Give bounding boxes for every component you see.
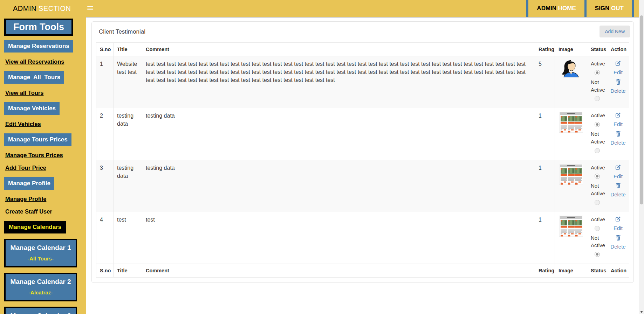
active-radio[interactable] bbox=[595, 122, 600, 127]
main-content: Client Testimonial Add New S.noTitleComm… bbox=[86, 17, 639, 314]
column-header-title: Title bbox=[114, 264, 142, 278]
active-label: Active bbox=[591, 216, 603, 223]
row-comment: test bbox=[142, 212, 535, 264]
column-header-sno: S.no bbox=[96, 43, 114, 56]
sign-out-black-text: SIGN bbox=[595, 5, 610, 12]
flyer-thumbnail-image bbox=[559, 112, 583, 133]
not-active-radio[interactable] bbox=[595, 148, 600, 153]
not-active-label: Not Active bbox=[591, 130, 603, 146]
add-new-button[interactable]: Add New bbox=[600, 26, 630, 37]
trash-icon[interactable] bbox=[616, 79, 621, 85]
sign-out-button[interactable]: SIGN OUT bbox=[584, 0, 634, 17]
table-row: 1 Website test test test test test test … bbox=[96, 56, 629, 108]
not-active-label: Not Active bbox=[591, 182, 603, 197]
admin-home-black-text: ADMIN bbox=[537, 5, 556, 12]
column-header-image: Image bbox=[555, 264, 587, 278]
edit-icon[interactable] bbox=[615, 60, 621, 66]
not-active-radio[interactable] bbox=[595, 200, 600, 205]
column-header-title: Title bbox=[114, 43, 142, 56]
row-sno: 4 bbox=[96, 212, 114, 264]
sidebar-item-view-all-tours[interactable]: View all Tours bbox=[5, 90, 43, 96]
column-header-action: Action bbox=[607, 264, 629, 278]
vertical-scrollbar[interactable] bbox=[639, 0, 644, 314]
sidebar-item-manage-calendar-1[interactable]: Manage Calendar 1-All Tours- bbox=[4, 239, 77, 267]
delete-link[interactable]: Delete bbox=[610, 87, 625, 95]
not-active-label: Not Active bbox=[591, 78, 603, 94]
not-active-label: Not Active bbox=[591, 234, 603, 250]
row-rating: 5 bbox=[535, 56, 555, 108]
admin-home-button[interactable]: ADMIN HOME bbox=[526, 0, 584, 17]
delete-link[interactable]: Delete bbox=[610, 243, 625, 251]
sidebar-title: Form Tools bbox=[4, 19, 73, 36]
scrollbar-thumb[interactable] bbox=[640, 15, 643, 204]
row-sno: 2 bbox=[96, 108, 114, 160]
delete-link[interactable]: Delete bbox=[610, 191, 625, 198]
row-title: Website test test bbox=[114, 56, 142, 108]
edit-link[interactable]: Edit bbox=[614, 69, 623, 76]
topnav: ADMIN HOME SIGN OUT bbox=[526, 0, 634, 17]
active-label: Active bbox=[591, 164, 603, 172]
trash-icon[interactable] bbox=[616, 235, 621, 240]
sign-out-white-text: OUT bbox=[611, 5, 624, 12]
not-active-radio[interactable] bbox=[595, 96, 600, 101]
sidebar-item-view-all-reservations[interactable]: View all Reservations bbox=[5, 58, 64, 65]
table-row: 4 test test 1 bbox=[96, 212, 629, 264]
trash-icon[interactable] bbox=[616, 182, 621, 188]
sidebar: Form Tools Manage ReservationsView all R… bbox=[0, 17, 86, 314]
trash-icon[interactable] bbox=[616, 131, 621, 137]
edit-link[interactable]: Edit bbox=[614, 173, 623, 180]
sidebar-item-manage-all-tours[interactable]: Manage All Tours bbox=[4, 71, 64, 84]
woman-avatar-image bbox=[561, 60, 581, 77]
content-top-strip bbox=[86, 17, 639, 18]
column-header-status: Status bbox=[587, 43, 607, 56]
flyer-thumbnail-image bbox=[559, 164, 583, 185]
row-comment: testing data bbox=[142, 160, 535, 212]
row-comment: test test test test test test test test … bbox=[142, 56, 535, 108]
row-title: testing data bbox=[114, 160, 142, 212]
table-row: 3 testing data testing data 1 bbox=[96, 160, 629, 212]
sidebar-item-manage-reservations[interactable]: Manage Reservations bbox=[4, 40, 73, 53]
sidebar-calendar-label: Manage Calendar 3 bbox=[7, 312, 74, 314]
page-title: Client Testimonial bbox=[92, 22, 633, 40]
scrollbar-down-arrow-icon[interactable] bbox=[640, 311, 643, 313]
row-rating: 1 bbox=[535, 108, 555, 160]
edit-icon[interactable] bbox=[615, 164, 621, 170]
edit-link[interactable]: Edit bbox=[614, 120, 623, 128]
edit-icon[interactable] bbox=[615, 216, 621, 222]
edit-icon[interactable] bbox=[615, 112, 621, 118]
not-active-radio[interactable] bbox=[595, 252, 600, 257]
row-sno: 1 bbox=[96, 56, 114, 108]
sidebar-item-add-tour-price[interactable]: Add Tour Price bbox=[5, 165, 46, 171]
hamburger-menu-icon[interactable] bbox=[87, 6, 93, 11]
sidebar-item-manage-calendar-2[interactable]: Manage Calendar 2-Alcatraz- bbox=[4, 273, 77, 301]
column-header-image: Image bbox=[555, 43, 587, 56]
sidebar-item-manage-tours-prices[interactable]: Manage Tours Prices bbox=[5, 152, 63, 159]
sidebar-items: Manage ReservationsView all Reservations… bbox=[4, 40, 82, 314]
brand-admin-text: ADMIN bbox=[13, 5, 36, 12]
active-radio[interactable] bbox=[595, 70, 600, 75]
sidebar-item-manage-calendar-3[interactable]: Manage Calendar 3 bbox=[4, 307, 77, 314]
delete-link[interactable]: Delete bbox=[610, 139, 625, 147]
row-title: test bbox=[114, 212, 142, 264]
edit-link[interactable]: Edit bbox=[614, 224, 623, 232]
table-header-row: S.noTitleCommentRatingImageStatusAction bbox=[96, 43, 629, 56]
sidebar-item-manage-tours-prices[interactable]: Manage Tours Prices bbox=[4, 133, 71, 146]
table-footer-header-row: S.noTitleCommentRatingImageStatusAction bbox=[96, 264, 629, 278]
app-brand: ADMIN SECTION bbox=[13, 0, 71, 17]
sidebar-item-manage-profile[interactable]: Manage Profile bbox=[5, 196, 46, 202]
flyer-thumbnail-image bbox=[559, 216, 583, 237]
row-comment: testing data bbox=[142, 108, 535, 160]
column-header-rating: Rating bbox=[535, 43, 555, 56]
sidebar-item-manage-profile[interactable]: Manage Profile bbox=[4, 177, 54, 190]
sidebar-calendar-label: Manage Calendar 2 bbox=[7, 278, 74, 286]
active-radio[interactable] bbox=[595, 174, 600, 179]
testimonial-table: S.noTitleCommentRatingImageStatusAction … bbox=[96, 42, 629, 278]
active-label: Active bbox=[591, 60, 603, 68]
row-sno: 3 bbox=[96, 160, 114, 212]
sidebar-item-manage-vehicles[interactable]: Manage Vehicles bbox=[4, 102, 60, 115]
sidebar-item-manage-calendars[interactable]: Manage Calendars bbox=[4, 221, 66, 233]
column-header-action: Action bbox=[607, 43, 629, 56]
sidebar-item-edit-vehicles[interactable]: Edit Vehicles bbox=[5, 121, 41, 127]
active-radio[interactable] bbox=[595, 226, 600, 231]
sidebar-item-create-staff-user[interactable]: Create Staff User bbox=[5, 208, 52, 215]
